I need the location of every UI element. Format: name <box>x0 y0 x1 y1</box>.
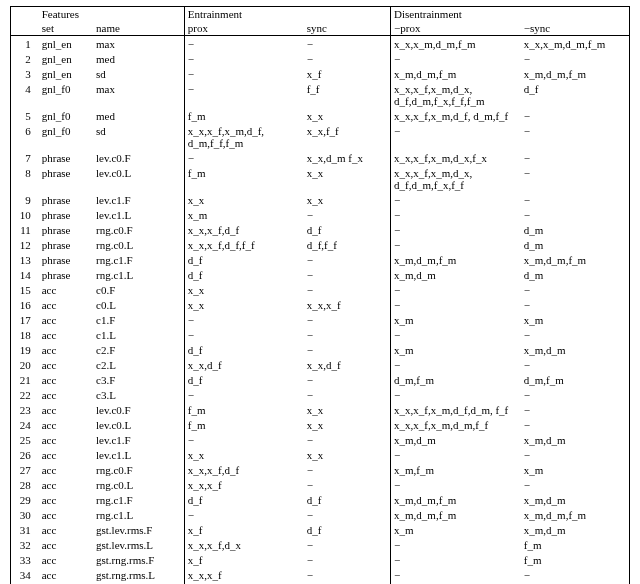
cell-prox: − <box>184 81 303 108</box>
cell-set: gnl_en <box>39 51 93 66</box>
hdr-num <box>11 21 39 36</box>
cell-sync: d_f,f_f <box>304 237 391 252</box>
cell-prox: x_x,x_f,d_f <box>184 462 303 477</box>
cell-sync: − <box>304 51 391 66</box>
row-num: 34 <box>11 567 39 582</box>
cell-sync: d_f <box>304 492 391 507</box>
cell-name: lev.c1.L <box>93 207 184 222</box>
cell-name: rng.c0.F <box>93 462 184 477</box>
cell-msync: − <box>521 387 630 402</box>
cell-set: acc <box>39 342 93 357</box>
cell-msync: − <box>521 567 630 582</box>
cell-set: gnl_f0 <box>39 81 93 108</box>
cell-prox: x_m <box>184 207 303 222</box>
cell-mprox: − <box>391 327 521 342</box>
table-row: 25acclev.c1.F−−x_m,d_mx_m,d_m <box>11 432 630 447</box>
cell-mprox: x_m,d_m <box>391 267 521 282</box>
cell-prox: x_x,x_f,d_f,f_f <box>184 237 303 252</box>
cell-prox: x_x,x_f <box>184 567 303 582</box>
cell-sync: x_x <box>304 192 391 207</box>
cell-msync: d_m,f_m <box>521 372 630 387</box>
cell-msync: − <box>521 447 630 462</box>
cell-prox: d_f <box>184 372 303 387</box>
cell-msync: d_m <box>521 267 630 282</box>
cell-msync: − <box>521 51 630 66</box>
cell-name: rng.c0.F <box>93 222 184 237</box>
cell-set: acc <box>39 492 93 507</box>
cell-name: c1.L <box>93 327 184 342</box>
cell-name: lev.c0.L <box>93 417 184 432</box>
cell-set: phrase <box>39 237 93 252</box>
table-row: 1gnl_enmax−−x_x,x_m,d_m,f_mx_x,x_m,d_m,f… <box>11 36 630 52</box>
row-num: 6 <box>11 123 39 150</box>
cell-sync: − <box>304 537 391 552</box>
cell-set: acc <box>39 462 93 477</box>
table-row: 30accrng.c1.L−−x_m,d_m,f_mx_m,d_m,f_m <box>11 507 630 522</box>
cell-prox: − <box>184 387 303 402</box>
cell-prox: − <box>184 51 303 66</box>
cell-mprox: − <box>391 447 521 462</box>
cell-name: med <box>93 51 184 66</box>
cell-prox: x_f <box>184 552 303 567</box>
cell-set: gnl_f0 <box>39 123 93 150</box>
cell-name: sd <box>93 66 184 81</box>
cell-name: rng.c0.L <box>93 477 184 492</box>
row-num: 20 <box>11 357 39 372</box>
cell-name: gst.rng.rms.L <box>93 567 184 582</box>
cell-set: gnl_en <box>39 36 93 52</box>
hdr-disentrainment: Disentrainment <box>391 7 630 22</box>
row-num: 16 <box>11 297 39 312</box>
cell-prox: − <box>184 66 303 81</box>
cell-mprox: − <box>391 537 521 552</box>
cell-prox: x_x <box>184 297 303 312</box>
cell-name: lev.c1.L <box>93 447 184 462</box>
cell-prox: x_x <box>184 447 303 462</box>
table-row: 21accc3.Fd_f−d_m,f_md_m,f_m <box>11 372 630 387</box>
hdr-features: Features <box>39 7 185 22</box>
cell-set: acc <box>39 477 93 492</box>
cell-sync: d_f <box>304 522 391 537</box>
cell-sync: x_x <box>304 165 391 192</box>
cell-msync: x_m,d_m <box>521 522 630 537</box>
table-row: 7phraselev.c0.F−x_x,d_m f_xx_x,x_f,x_m,d… <box>11 150 630 165</box>
cell-set: gnl_en <box>39 66 93 81</box>
cell-prox: − <box>184 150 303 165</box>
row-num: 10 <box>11 207 39 222</box>
cell-msync: − <box>521 297 630 312</box>
cell-msync: − <box>521 357 630 372</box>
cell-sync: x_x,d_f <box>304 357 391 372</box>
cell-sync: x_x,d_m f_x <box>304 150 391 165</box>
cell-msync: x_m,d_m <box>521 342 630 357</box>
hdr-name: name <box>93 21 184 36</box>
cell-mprox: − <box>391 51 521 66</box>
cell-name: c1.F <box>93 312 184 327</box>
hdr-prox: prox <box>184 21 303 36</box>
cell-prox: x_x,x_f,d_x <box>184 537 303 552</box>
cell-mprox: x_x,x_f,x_m,d_f,d_m, f_f <box>391 402 521 417</box>
cell-name: rng.c1.F <box>93 492 184 507</box>
cell-mprox: − <box>391 297 521 312</box>
feature-table: Features Entrainment Disentrainment set … <box>10 6 630 584</box>
cell-set: acc <box>39 312 93 327</box>
table-row: 6gnl_f0sdx_x,x_f,x_m,d_f, d_m,f_f,f_mx_x… <box>11 123 630 150</box>
cell-sync: − <box>304 507 391 522</box>
hdr-set: set <box>39 21 93 36</box>
cell-msync: x_m,d_m <box>521 492 630 507</box>
cell-name: med <box>93 108 184 123</box>
table-row: 33accgst.rng.rms.Fx_f−−f_m <box>11 552 630 567</box>
table-row: 4gnl_f0max−f_fx_x,x_f,x_m,d_x, d_f,d_m,f… <box>11 81 630 108</box>
cell-prox: f_m <box>184 108 303 123</box>
cell-mprox: x_m,d_m,f_m <box>391 66 521 81</box>
cell-msync: − <box>521 123 630 150</box>
cell-name: c0.F <box>93 282 184 297</box>
row-num: 27 <box>11 462 39 477</box>
cell-set: phrase <box>39 165 93 192</box>
row-num: 25 <box>11 432 39 447</box>
cell-mprox: x_x,x_m,d_m,f_m <box>391 36 521 52</box>
cell-mprox: − <box>391 282 521 297</box>
cell-name: c2.L <box>93 357 184 372</box>
cell-name: lev.c1.F <box>93 192 184 207</box>
cell-mprox: x_m,d_m,f_m <box>391 492 521 507</box>
hdr-msync: −sync <box>521 21 630 36</box>
cell-msync: − <box>521 165 630 192</box>
